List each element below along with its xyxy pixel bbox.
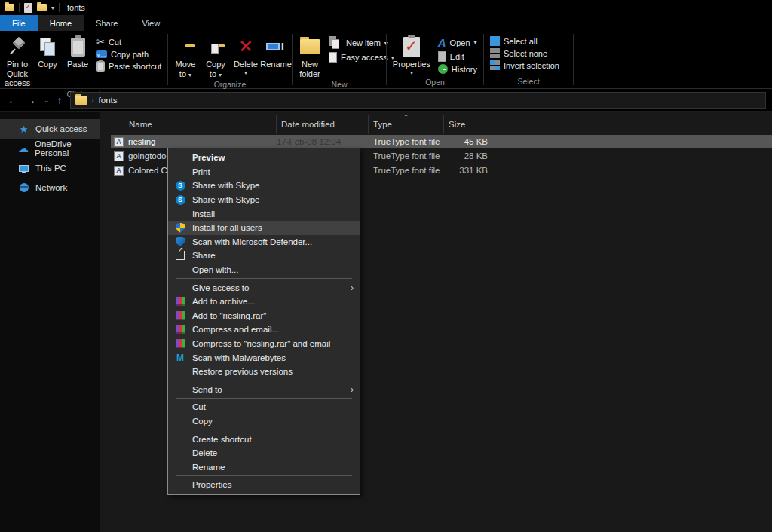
context-menu-item[interactable]: Compress and email...	[168, 323, 360, 337]
context-menu-item[interactable]: Install for all users	[168, 221, 360, 235]
context-menu-item-icon: S	[174, 180, 186, 191]
context-menu-item[interactable]: Compress to "riesling.rar" and email	[168, 337, 360, 351]
uac-icon	[176, 223, 185, 233]
monitor-icon	[19, 165, 29, 172]
tab-share[interactable]: Share	[84, 15, 130, 31]
sidebar-item[interactable]: This PC	[0, 158, 100, 178]
tab-file[interactable]: File	[0, 15, 38, 31]
sort-ascending-icon: ⌃	[403, 114, 409, 121]
paste-icon	[71, 38, 85, 57]
context-menu-item-label: Add to archive...	[192, 297, 354, 306]
paste-shortcut-button[interactable]: Paste shortcut	[96, 61, 161, 72]
context-menu-item[interactable]: Give access to ›	[168, 280, 360, 295]
sidebar: ★ Quick access ☁ OneDrive - Personal Thi…	[0, 112, 100, 532]
history-button[interactable]: History	[438, 64, 477, 74]
context-menu-item[interactable]: Send to ›	[168, 383, 360, 397]
pin-to-quick-access-button[interactable]: Pin to Quick access	[3, 34, 32, 90]
context-menu-item[interactable]: Install	[168, 206, 360, 221]
context-menu-item[interactable]: Restore previous versions	[168, 365, 360, 379]
font-file-icon: A	[114, 137, 124, 147]
context-menu-item-label: Install for all users	[192, 223, 354, 232]
context-menu-item-label: Share with Skype	[192, 195, 354, 204]
qat-properties-icon[interactable]	[24, 3, 32, 13]
context-menu-item[interactable]: Scan with Microsoft Defender...	[168, 235, 360, 249]
address-bar[interactable]: › fonts	[70, 92, 766, 109]
context-menu-item-label: Restore previous versions	[192, 367, 354, 376]
context-menu-item[interactable]: Copy	[168, 414, 360, 429]
column-header[interactable]: Date modified	[277, 115, 369, 134]
column-header[interactable]: Name	[111, 115, 277, 134]
invert-selection-button[interactable]: Invert selection	[490, 60, 559, 70]
sidebar-item-icon: ★	[18, 124, 29, 135]
context-menu-item[interactable]: S Share with Skype	[168, 193, 360, 207]
sidebar-item[interactable]: Network	[0, 178, 100, 197]
context-menu-item-label: Add to "riesling.rar"	[192, 311, 354, 320]
edit-button[interactable]: Edit	[438, 51, 477, 62]
qat-new-folder-icon[interactable]	[37, 4, 47, 11]
tab-home[interactable]: Home	[38, 15, 84, 31]
context-menu-item[interactable]: Print	[168, 165, 360, 179]
context-menu-item[interactable]: M Scan with Malwarebytes	[168, 350, 360, 365]
context-menu-item[interactable]: Create shortcut	[168, 432, 360, 446]
up-button[interactable]: ↑	[57, 94, 63, 106]
context-menu-item-label: Install	[192, 209, 354, 219]
menu-separator	[176, 398, 352, 399]
context-menu-item[interactable]: S Share with Skype	[168, 179, 360, 193]
dropdown-caret-icon: ▾	[219, 72, 222, 78]
copy-button[interactable]: Copy	[33, 34, 62, 71]
context-menu-item-icon	[174, 416, 186, 427]
context-menu-item-icon	[174, 338, 186, 349]
copy-path-button[interactable]: v… Copy path	[96, 50, 161, 59]
select-none-button[interactable]: Select none	[490, 48, 559, 58]
column-header[interactable]: Type ⌃	[369, 115, 444, 134]
scissors-icon: ✂	[96, 36, 105, 47]
recent-locations-button[interactable]: ⌄	[44, 96, 50, 104]
properties-button[interactable]: Properties ▾	[390, 34, 433, 78]
rename-button[interactable]: Rename	[262, 34, 290, 71]
context-menu-item-label: Rename	[192, 463, 354, 472]
context-menu-item[interactable]: Open with...	[168, 263, 360, 277]
easy-access-button[interactable]: Easy access ▾	[329, 52, 394, 63]
column-header[interactable]: Size	[444, 115, 495, 134]
select-all-button[interactable]: Select all	[490, 36, 559, 46]
context-menu-item[interactable]: Cut	[168, 400, 360, 414]
title-bar: ▾ fonts	[0, 0, 772, 15]
context-menu-item-label: Compress and email...	[192, 325, 354, 334]
file-row[interactable]: A riesling 17-Feb-08 12:04 TrueType font…	[111, 135, 772, 148]
menu-separator	[176, 475, 352, 476]
qat-customize-caret-icon[interactable]: ▾	[51, 5, 54, 11]
breadcrumb-folder[interactable]: fonts	[99, 96, 118, 105]
move-to-button[interactable]: ← Move to ▾	[171, 34, 200, 80]
menu-separator	[176, 278, 352, 279]
context-menu-item-icon	[174, 479, 186, 490]
sidebar-item-label: Network	[35, 183, 67, 192]
new-folder-button[interactable]: New folder	[296, 34, 324, 80]
history-icon	[438, 64, 448, 74]
defender-icon	[176, 237, 185, 246]
delete-button[interactable]: ✕ Delete ▾	[231, 34, 260, 78]
cut-button[interactable]: ✂ Cut	[96, 36, 161, 47]
back-button[interactable]: ←	[8, 94, 18, 106]
context-menu-item-icon	[174, 310, 186, 321]
tab-view[interactable]: View	[130, 15, 172, 31]
context-menu-item[interactable]: Share	[168, 249, 360, 263]
sidebar-item[interactable]: ★ Quick access	[0, 119, 100, 139]
group-label-new: New	[293, 80, 386, 89]
sidebar-item[interactable]: ☁ OneDrive - Personal	[0, 139, 100, 158]
forward-button[interactable]: →	[26, 94, 36, 106]
copy-to-button[interactable]: Copy to ▾	[201, 34, 230, 80]
star-icon: ★	[20, 124, 29, 135]
context-menu-item[interactable]: Preview	[168, 151, 360, 165]
group-label-select: Select	[484, 77, 573, 88]
context-menu-item[interactable]: Delete	[168, 446, 360, 460]
new-item-button[interactable]: New item ▾	[329, 36, 394, 50]
context-menu-item[interactable]: Properties	[168, 478, 360, 492]
content-area: ★ Quick access ☁ OneDrive - Personal Thi…	[0, 112, 772, 532]
context-menu-item-label: Delete	[192, 448, 354, 457]
context-menu-item[interactable]: Add to "riesling.rar"	[168, 309, 360, 323]
context-menu-item-label: Properties	[192, 480, 354, 489]
paste-button[interactable]: Paste	[63, 34, 92, 71]
open-button[interactable]: A Open ▾	[438, 36, 477, 49]
context-menu-item[interactable]: Rename	[168, 460, 360, 474]
context-menu-item[interactable]: Add to archive...	[168, 295, 360, 309]
